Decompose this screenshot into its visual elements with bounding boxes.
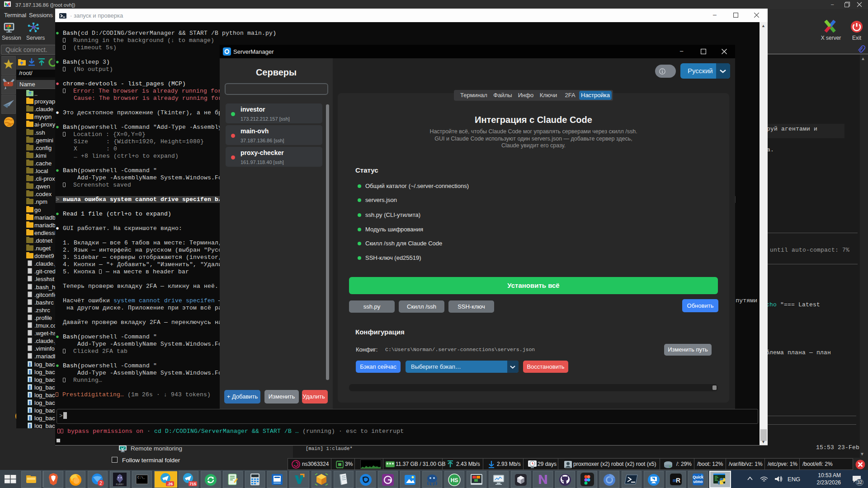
svg-text:715: 715 <box>189 482 196 486</box>
svg-text:C:\_: C:\_ <box>137 476 146 479</box>
svg-text:R: R <box>676 477 680 484</box>
svg-text:Quick: Quick <box>693 475 703 479</box>
svg-text:utmo: utmo <box>693 479 703 484</box>
svg-text:2: 2 <box>99 481 102 486</box>
svg-text:.26: .26 <box>167 482 173 486</box>
svg-text:HS: HS <box>451 477 458 483</box>
svg-text:FURRY: FURRY <box>116 483 124 486</box>
